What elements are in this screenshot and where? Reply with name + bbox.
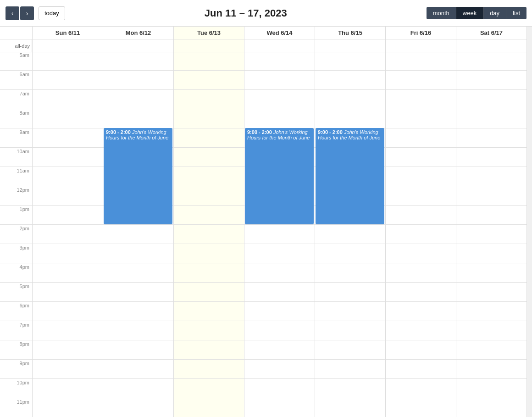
time-cell-mon-5[interactable]	[103, 52, 173, 70]
time-cell-fri-7[interactable]	[385, 89, 456, 109]
time-cell-fri-5[interactable]	[385, 52, 456, 70]
time-cell-mon-6[interactable]	[103, 70, 173, 89]
time-cell-sat-7[interactable]	[456, 89, 526, 109]
time-cell-tue-18[interactable]	[173, 301, 244, 321]
time-cell-thu-16[interactable]	[315, 263, 385, 282]
time-cell-sat-20[interactable]	[456, 340, 526, 359]
time-cell-sat-15[interactable]	[456, 244, 526, 263]
time-cell-sun-17[interactable]	[32, 282, 103, 301]
today-button[interactable]: today	[39, 6, 65, 20]
time-cell-fri-9[interactable]	[385, 128, 456, 147]
time-cell-mon-15[interactable]	[103, 244, 173, 263]
time-cell-wed-21[interactable]	[244, 359, 315, 378]
time-cell-fri-21[interactable]	[385, 359, 456, 378]
time-cell-tue-22[interactable]	[173, 378, 244, 398]
time-cell-sat-18[interactable]	[456, 301, 526, 321]
time-cell-sat-22[interactable]	[456, 378, 526, 398]
view-btn-day[interactable]: day	[483, 7, 506, 19]
time-cell-wed-6[interactable]	[244, 70, 315, 89]
time-cell-fri-18[interactable]	[385, 301, 456, 321]
time-cell-mon-19[interactable]	[103, 321, 173, 340]
time-cell-tue-5[interactable]	[173, 52, 244, 70]
time-cell-wed-8[interactable]	[244, 109, 315, 128]
time-cell-tue-11[interactable]	[173, 167, 244, 186]
time-cell-sun-20[interactable]	[32, 340, 103, 359]
time-cell-tue-17[interactable]	[173, 282, 244, 301]
time-cell-thu-8[interactable]	[315, 109, 385, 128]
time-cell-sat-9[interactable]	[456, 128, 526, 147]
time-cell-sat-16[interactable]	[456, 263, 526, 282]
view-btn-week[interactable]: week	[456, 7, 483, 19]
time-cell-fri-14[interactable]	[385, 224, 456, 244]
time-cell-thu-21[interactable]	[315, 359, 385, 378]
time-cell-fri-19[interactable]	[385, 321, 456, 340]
time-cell-sun-21[interactable]	[32, 359, 103, 378]
time-cell-fri-12[interactable]	[385, 186, 456, 205]
time-cell-mon-16[interactable]	[103, 263, 173, 282]
time-cell-sat-12[interactable]	[456, 186, 526, 205]
time-cell-thu-6[interactable]	[315, 70, 385, 89]
time-cell-sun-19[interactable]	[32, 321, 103, 340]
time-cell-sun-8[interactable]	[32, 109, 103, 128]
time-cell-wed-5[interactable]	[244, 52, 315, 70]
time-cell-sun-6[interactable]	[32, 70, 103, 89]
time-cell-sat-19[interactable]	[456, 321, 526, 340]
event-block[interactable]: 9:00 - 2:00 John's Working Hours for the…	[316, 128, 384, 224]
time-cell-mon-7[interactable]	[103, 89, 173, 109]
time-cell-sun-18[interactable]	[32, 301, 103, 321]
time-cell-fri-8[interactable]	[385, 109, 456, 128]
time-cell-wed-15[interactable]	[244, 244, 315, 263]
time-cell-fri-16[interactable]	[385, 263, 456, 282]
time-cell-fri-11[interactable]	[385, 167, 456, 186]
time-grid-wrapper[interactable]: 12am1am2am3am4am5am6am7am8am9am10am11am1…	[0, 52, 526, 417]
time-cell-wed-18[interactable]	[244, 301, 315, 321]
right-scrollbar[interactable]	[526, 27, 532, 417]
time-cell-fri-23[interactable]	[385, 398, 456, 417]
time-cell-sun-13[interactable]	[32, 205, 103, 224]
time-cell-wed-22[interactable]	[244, 378, 315, 398]
time-cell-sun-5[interactable]	[32, 52, 103, 70]
time-cell-sat-21[interactable]	[456, 359, 526, 378]
time-cell-sun-14[interactable]	[32, 224, 103, 244]
time-cell-fri-20[interactable]	[385, 340, 456, 359]
time-cell-tue-6[interactable]	[173, 70, 244, 89]
time-cell-wed-23[interactable]	[244, 398, 315, 417]
time-cell-mon-18[interactable]	[103, 301, 173, 321]
view-btn-month[interactable]: month	[427, 7, 456, 19]
time-cell-mon-8[interactable]	[103, 109, 173, 128]
time-cell-sun-12[interactable]	[32, 186, 103, 205]
time-cell-fri-6[interactable]	[385, 70, 456, 89]
time-cell-tue-8[interactable]	[173, 109, 244, 128]
time-cell-thu-7[interactable]	[315, 89, 385, 109]
time-cell-wed-7[interactable]	[244, 89, 315, 109]
time-cell-sat-23[interactable]	[456, 398, 526, 417]
time-cell-wed-14[interactable]	[244, 224, 315, 244]
next-button[interactable]: ›	[20, 6, 34, 20]
time-cell-fri-13[interactable]	[385, 205, 456, 224]
time-cell-mon-21[interactable]	[103, 359, 173, 378]
prev-button[interactable]: ‹	[6, 6, 19, 20]
time-cell-thu-14[interactable]	[315, 224, 385, 244]
time-cell-thu-19[interactable]	[315, 321, 385, 340]
time-cell-wed-20[interactable]	[244, 340, 315, 359]
time-cell-thu-5[interactable]	[315, 52, 385, 70]
time-cell-tue-14[interactable]	[173, 224, 244, 244]
time-cell-tue-19[interactable]	[173, 321, 244, 340]
time-cell-sun-23[interactable]	[32, 398, 103, 417]
time-cell-mon-14[interactable]	[103, 224, 173, 244]
time-cell-tue-23[interactable]	[173, 398, 244, 417]
time-cell-tue-20[interactable]	[173, 340, 244, 359]
time-cell-sat-10[interactable]	[456, 147, 526, 167]
time-cell-sun-16[interactable]	[32, 263, 103, 282]
time-cell-tue-13[interactable]	[173, 205, 244, 224]
time-cell-mon-23[interactable]	[103, 398, 173, 417]
time-cell-thu-18[interactable]	[315, 301, 385, 321]
time-cell-sun-7[interactable]	[32, 89, 103, 109]
time-cell-sun-11[interactable]	[32, 167, 103, 186]
time-cell-tue-7[interactable]	[173, 89, 244, 109]
time-cell-fri-17[interactable]	[385, 282, 456, 301]
time-cell-sun-9[interactable]	[32, 128, 103, 147]
time-cell-sat-14[interactable]	[456, 224, 526, 244]
time-cell-tue-9[interactable]	[173, 128, 244, 147]
time-cell-sat-6[interactable]	[456, 70, 526, 89]
